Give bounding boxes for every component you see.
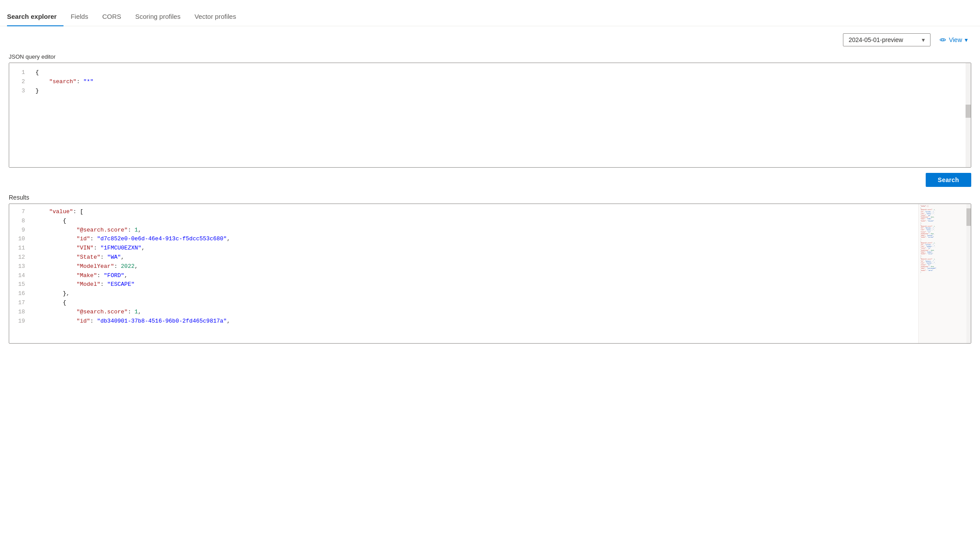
results-line-numbers: 7 8 9 10 11 12 13 14 15 16 17 18 19: [9, 204, 30, 343]
result-line-19: "id": "db340901-37b8-4516-96b0-2fd465c98…: [35, 317, 913, 326]
json-editor[interactable]: 1 2 3 { "search": "*" }: [9, 63, 971, 168]
results-scrollbar[interactable]: [966, 204, 971, 343]
result-line-num-14: 14: [9, 271, 30, 281]
editor-scrollbar-thumb: [966, 105, 971, 118]
chevron-down-icon: ▾: [922, 36, 925, 43]
editor-line-1: {: [35, 68, 966, 77]
tab-search-explorer[interactable]: Search explorer: [7, 13, 63, 26]
view-chevron-icon: ▾: [965, 36, 968, 43]
results-label: Results: [9, 194, 971, 201]
toolbar: 2024-05-01-preview ▾ View ▾: [9, 33, 971, 46]
result-line-num-18: 18: [9, 308, 30, 317]
result-line-num-7: 7: [9, 207, 30, 217]
results-scrollbar-thumb: [966, 208, 971, 226]
results-container: 7 8 9 10 11 12 13 14 15 16 17 18 19 "val…: [9, 204, 971, 344]
tab-vector-profiles[interactable]: Vector profiles: [187, 13, 243, 26]
result-line-num-17: 17: [9, 299, 30, 308]
result-line-7: "value": [: [35, 207, 913, 217]
line-number-3: 3: [9, 87, 30, 96]
search-button[interactable]: Search: [926, 173, 972, 187]
api-version-label: 2024-05-01-preview: [849, 36, 903, 43]
tab-fields[interactable]: Fields: [63, 13, 95, 26]
api-version-dropdown[interactable]: 2024-05-01-preview ▾: [843, 33, 931, 46]
results-code-area[interactable]: "value": [ { "@search.score": 1, "id": "…: [30, 204, 918, 343]
result-line-15: "Model": "ESCAPE": [35, 280, 913, 289]
editor-code-area[interactable]: { "search": "*" }: [30, 63, 971, 167]
tab-cors[interactable]: CORS: [95, 13, 128, 26]
result-line-num-19: 19: [9, 317, 30, 326]
result-line-num-8: 8: [9, 217, 30, 226]
result-line-12: "State": "WA",: [35, 253, 913, 262]
main-content: 2024-05-01-preview ▾ View ▾ JSON query e…: [0, 26, 980, 351]
view-button[interactable]: View ▾: [936, 34, 971, 46]
result-line-18: "@search.score": 1,: [35, 308, 913, 317]
result-line-9: "@search.score": 1,: [35, 226, 913, 235]
json-editor-label: JSON query editor: [9, 53, 971, 60]
tab-scoring-profiles[interactable]: Scoring profiles: [128, 13, 187, 26]
view-label: View: [949, 36, 962, 43]
result-line-num-9: 9: [9, 226, 30, 235]
editor-line-2: "search": "*": [35, 77, 966, 87]
editor-line-3: }: [35, 87, 966, 96]
result-line-13: "ModelYear": 2022,: [35, 262, 913, 271]
eye-icon: [939, 36, 946, 43]
result-line-16: },: [35, 289, 913, 299]
result-line-num-11: 11: [9, 244, 30, 253]
result-line-17: {: [35, 299, 913, 308]
results-main: 7 8 9 10 11 12 13 14 15 16 17 18 19 "val…: [9, 204, 918, 343]
line-number-1: 1: [9, 68, 30, 77]
editor-line-numbers: 1 2 3: [9, 63, 30, 167]
result-line-11: "VIN": "1FMCU0EZXN",: [35, 244, 913, 253]
result-line-14: "Make": "FORD",: [35, 271, 913, 281]
result-line-10: "id": "d7c852e0-0e6d-46e4-913c-f5dcc553c…: [35, 235, 913, 244]
result-line-8: {: [35, 217, 913, 226]
result-line-num-13: 13: [9, 262, 30, 271]
search-button-row: Search: [9, 173, 971, 187]
minimap-content: "value": [ { "@search.score": 1, "id": "…: [919, 204, 971, 275]
svg-point-0: [941, 39, 944, 41]
result-line-num-16: 16: [9, 289, 30, 299]
line-number-2: 2: [9, 77, 30, 87]
results-minimap: "value": [ { "@search.score": 1, "id": "…: [918, 204, 971, 343]
result-line-num-12: 12: [9, 253, 30, 262]
nav-tabs: Search explorer Fields CORS Scoring prof…: [0, 0, 980, 26]
editor-scrollbar[interactable]: [966, 63, 971, 167]
result-line-num-15: 15: [9, 280, 30, 289]
view-icon: [939, 36, 946, 43]
result-line-num-10: 10: [9, 235, 30, 244]
